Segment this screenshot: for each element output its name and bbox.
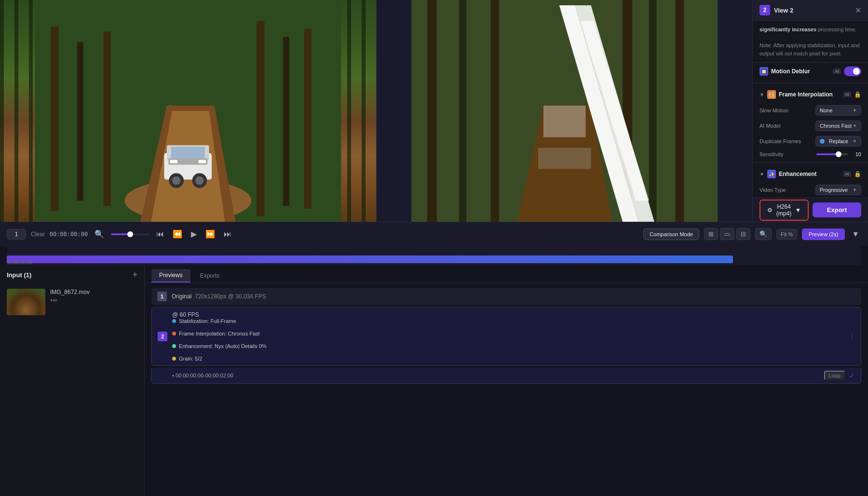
video-type-label: Video Type (760, 187, 813, 193)
add-input-btn[interactable]: + (132, 270, 137, 280)
psi-check-icon: ✓ (849, 372, 855, 379)
view-icons: ⊞ ▭ ⊟ (704, 228, 750, 240)
dup-frames-select[interactable]: Replace ▼ (815, 136, 861, 147)
sensitivity-row: Sensitivity 10 (753, 149, 868, 160)
view-split-btn[interactable]: ⊞ (704, 228, 718, 240)
dup-frames-row: Duplicate Frames Replace ▼ (753, 134, 868, 149)
slow-motion-label: Slow Motion (760, 107, 813, 113)
thumb-filename: IMG_8672.mov (50, 289, 90, 295)
dup-dot (820, 139, 825, 144)
timeline-area: 00:00:00:00 (0, 246, 868, 265)
zoom-btn[interactable]: 🔍 (93, 228, 106, 241)
video-area: 1 Original 720x1280px @ 30.034 FPS ⋮ (0, 0, 868, 222)
zoom-slider[interactable] (111, 233, 149, 235)
svg-rect-32 (543, 106, 585, 137)
frame-interpolation-section[interactable]: ▼ 🎞 Frame Interpolation AI 🔒 (753, 86, 868, 103)
playback-controls-bar: 1 Clear 00:00:00:00 🔍 ⏮ ⏪ ▶ ⏩ ⏭ Comparis… (0, 222, 868, 246)
skip-start-btn[interactable]: ⏮ (154, 228, 166, 241)
video-type-select[interactable]: Progressive ▼ (815, 185, 861, 195)
pi2-text: @ 60 FPS Stabilization: Full-Frame Frame… (172, 311, 844, 362)
svg-rect-19 (199, 160, 206, 163)
fi-icon: 🎞 (767, 90, 776, 99)
thumb-info: IMG_8672.mov ••• (50, 289, 90, 304)
export-format-btn[interactable]: ⚙ H264 (mp4) ▼ (760, 200, 809, 221)
svg-rect-5 (77, 42, 83, 201)
timeline-track[interactable]: 00:00:00:00 (7, 254, 861, 265)
fi-ai-badge: AI (843, 92, 851, 97)
export-btn[interactable]: Export (813, 202, 861, 217)
right-settings-panel: 2 View 2 ✕ significantly increases proce… (752, 0, 868, 222)
video-frame-original (0, 0, 376, 222)
svg-rect-9 (304, 29, 312, 208)
preview-item-2[interactable]: 2 @ 60 FPS Stabilization: Full-Frame Fra… (151, 307, 861, 366)
view-single-btn[interactable]: ▭ (720, 228, 734, 240)
preview-dropdown-btn[interactable]: ▼ (850, 228, 861, 241)
svg-point-15 (195, 176, 204, 185)
sensitivity-slider[interactable] (816, 153, 848, 155)
step-forward-btn[interactable]: ⏩ (203, 228, 217, 241)
tabs-row: Previews Exports (145, 265, 868, 283)
psi-time-range: • 00:00:00:00-00:00:02:00 (172, 373, 820, 378)
previews-list: 1 Original 720x1280px @ 30.034 FPS 2 @ 6… (145, 283, 868, 496)
view2-header: 2 View 2 ✕ (753, 0, 868, 21)
view2-badge: 2 (760, 5, 770, 15)
preview-btn[interactable]: Preview (2s) (802, 228, 845, 240)
export-format-icon: ⚙ (767, 207, 773, 214)
comparison-mode-btn[interactable]: Comparison Mode (643, 228, 699, 240)
thumb-menu[interactable]: ••• (50, 296, 90, 304)
sensitivity-label: Sensitivity (760, 151, 813, 157)
thumbnail-image (7, 289, 45, 315)
settings-scroll-area[interactable]: significantly increases processing time.… (753, 21, 868, 198)
dup-frames-label: Duplicate Frames (760, 138, 813, 144)
video-panel-original: 1 Original 720x1280px @ 30.034 FPS ⋮ (0, 0, 377, 222)
play-btn[interactable]: ▶ (189, 228, 199, 241)
zoom-thumb[interactable] (127, 231, 133, 237)
export-format-chevron: ▼ (795, 207, 801, 214)
enh-lock-icon[interactable]: 🔒 (854, 171, 861, 177)
input-panel: Input (1) + IMG_8672.mov ••• (0, 265, 145, 496)
psi-row: • 00:00:00:00-00:00:02:00 Loop ✓ (172, 371, 855, 380)
enh-label: Enhancement (779, 171, 841, 177)
svg-rect-7 (257, 21, 264, 216)
tab-exports[interactable]: Exports (192, 269, 228, 282)
svg-rect-23 (459, 0, 466, 222)
processing-note: significantly increases processing time.… (753, 26, 868, 63)
motion-deblur-toggle[interactable] (844, 67, 861, 76)
svg-rect-6 (104, 32, 111, 206)
view2-close[interactable]: ✕ (855, 6, 861, 15)
time-display: 00:00:00:00 (50, 231, 88, 238)
thumbnail-item[interactable]: IMG_8672.mov ••• (0, 285, 144, 319)
timeline-ruler (7, 246, 861, 254)
video-panel-processed: 2 Full-Frame Chronos Fast Nyx (Auto) Det… (377, 0, 753, 222)
input-panel-header: Input (1) + (0, 265, 144, 285)
skip-end-btn[interactable]: ⏭ (222, 228, 233, 241)
step-back-btn[interactable]: ⏪ (171, 228, 184, 241)
slow-motion-select[interactable]: None ▼ (815, 105, 861, 116)
enhancement-section[interactable]: ▼ ✨ Enhancement AI 🔒 (753, 166, 868, 182)
middle-content: Previews Exports 1 Original 720x1280px @… (145, 265, 868, 496)
pi1-text: Original 720x1280px @ 30.034 FPS (172, 293, 855, 300)
timeline-fill (7, 255, 733, 263)
fi-ai-model-select[interactable]: Chronos Fast ▼ (815, 121, 861, 131)
pi2-menu[interactable]: ⋮ (849, 333, 855, 340)
enh-ai-badge: AI (843, 171, 851, 177)
clear-btn[interactable]: Clear (31, 231, 45, 238)
fi-collapse-arrow[interactable]: ▼ (760, 92, 764, 97)
svg-rect-27 (675, 0, 684, 222)
frame-number-input[interactable]: 1 (7, 229, 26, 240)
fit-btn[interactable]: 🔍 (755, 228, 772, 240)
fit-select[interactable]: Fit % (776, 229, 797, 240)
svg-rect-4 (51, 27, 58, 211)
svg-rect-8 (283, 37, 289, 206)
view-overlay-btn[interactable]: ⊟ (736, 228, 750, 240)
psi-loop-btn[interactable]: Loop (824, 371, 845, 380)
svg-rect-22 (427, 0, 436, 222)
input-title: Input (1) (7, 271, 31, 279)
svg-point-14 (172, 176, 181, 185)
tab-previews[interactable]: Previews (151, 269, 190, 282)
enh-collapse-arrow[interactable]: ▼ (760, 172, 764, 177)
fi-lock-icon[interactable]: 🔒 (854, 91, 861, 98)
video-frame-processed (377, 0, 753, 222)
preview-item-1[interactable]: 1 Original 720x1280px @ 30.034 FPS (151, 288, 861, 305)
svg-rect-24 (490, 0, 499, 222)
